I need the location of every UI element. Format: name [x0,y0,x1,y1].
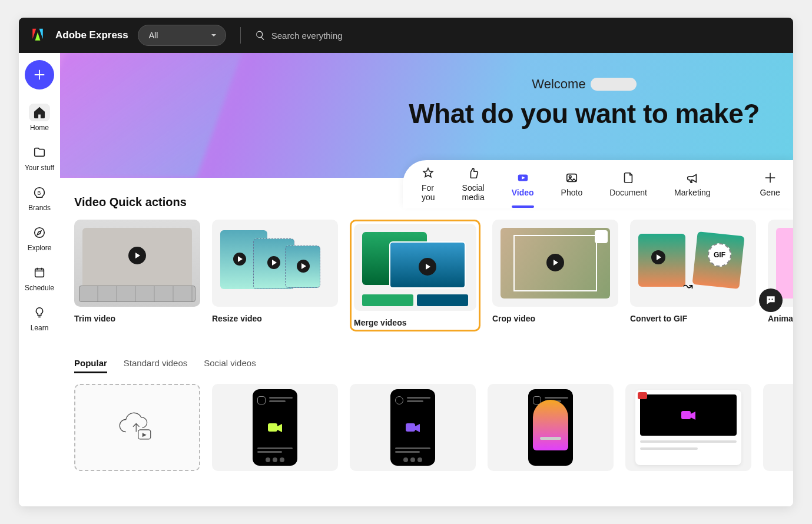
template-upload[interactable] [74,384,200,471]
hero-banner: Welcome What do you want to make? [60,53,793,178]
create-new-button[interactable] [25,60,54,89]
template-instagram-story[interactable] [488,384,614,471]
sidebar-item-your-stuff[interactable]: Your stuff [22,139,57,177]
card-title: Crop video [492,314,618,323]
quick-action-merge-videos[interactable]: Merge videos [350,220,480,331]
quick-action-trim-video[interactable]: Trim video [74,220,200,331]
lightbulb-icon [33,306,46,319]
nav-label: Home [30,124,49,132]
svg-rect-7 [268,423,277,432]
svg-rect-2 [35,269,44,277]
yt-mock [635,390,741,465]
feedback-button[interactable] [759,288,783,312]
topbar: Adobe Express All [19,18,793,53]
template-tabs: Popular Standard videos Social videos [74,358,793,373]
content: Video Quick actions Trim video Resize vi… [60,178,793,471]
category-for-you[interactable]: For you [419,162,438,207]
sidebar-item-explore[interactable]: Explore [22,219,57,257]
photo-icon [565,171,578,184]
quick-actions-row: Trim video Resize video Merge videos Cro… [74,220,793,331]
megaphone-icon [686,171,699,184]
video-cam-icon [267,421,283,434]
brand-title: Adobe Express [55,29,128,41]
svg-point-5 [569,175,571,178]
welcome-username-placeholder [591,78,637,91]
thumb [212,220,338,307]
gif-badge: GIF [708,243,731,267]
search-filter-dropdown[interactable]: All [138,25,226,46]
svg-point-11 [771,299,773,300]
thumb [74,220,200,307]
home-icon [33,106,46,119]
category-video[interactable]: Video [509,167,536,202]
sidebar-item-brands[interactable]: B Brands [22,179,57,217]
card-title: Resize video [212,314,338,323]
folder-icon [33,146,46,159]
star-icon [422,167,435,180]
quick-action-crop-video[interactable]: Crop video [492,220,618,331]
quick-action-animate[interactable]: Animate fro [768,220,793,331]
nav-label: Explore [28,244,52,252]
nav-label: Learn [31,324,49,332]
phone-mock [390,389,435,466]
divider [240,27,241,44]
body: Home Your stuff B Brands Explore Schedul… [19,53,793,506]
template-tiktok[interactable] [350,384,476,471]
video-cam-icon [405,421,421,434]
search-wrap [250,30,783,41]
svg-point-1 [35,228,45,238]
cat-label: For you [422,183,435,202]
cat-label: Photo [561,188,583,197]
card-title: Merge videos [354,318,476,327]
video-cam-icon [680,409,697,422]
category-generate[interactable]: Gene [757,167,782,202]
hero-title: What do you want to make? [399,98,770,130]
adobe-logo-icon [29,27,46,44]
thumb [492,220,618,307]
search-icon [255,30,266,41]
video-icon [516,171,529,184]
app-window: Adobe Express All Home Your stuff [19,18,793,506]
template-youtube[interactable] [625,384,751,471]
category-social-media[interactable]: Social media [460,162,487,207]
nav-label: Brands [28,204,51,212]
nav-label: Your stuff [25,164,54,172]
cat-label: Social media [462,183,485,202]
svg-point-10 [768,299,770,300]
thumbs-up-icon [467,167,480,180]
compass-icon [33,226,46,239]
search-input[interactable] [271,31,783,41]
cat-label: Document [609,188,647,197]
hero-content: Welcome What do you want to make? [399,77,770,130]
nav-label: Schedule [25,284,54,292]
upload-cloud-icon [117,412,158,444]
template-generic[interactable] [763,384,793,471]
sidebar: Home Your stuff B Brands Explore Schedul… [19,53,60,506]
category-photo[interactable]: Photo [559,167,585,202]
svg-rect-8 [406,423,415,432]
template-instagram-reel[interactable] [212,384,338,471]
category-document[interactable]: Document [607,167,649,202]
template-tab-social[interactable]: Social videos [204,358,256,373]
template-tab-popular[interactable]: Popular [74,358,107,373]
cat-label: Marketing [674,188,710,197]
phone-mock [528,389,573,466]
thumb: GIF↝ [630,220,756,307]
quick-action-resize-video[interactable]: Resize video [212,220,338,331]
filter-label: All [149,31,158,40]
sidebar-item-learn[interactable]: Learn [22,299,57,337]
sparkle-icon [764,171,777,184]
svg-rect-9 [681,411,691,419]
sidebar-item-schedule[interactable]: Schedule [22,259,57,297]
cat-label: Gene [760,188,780,197]
cat-label: Video [512,188,534,197]
welcome-text: Welcome [532,77,585,92]
plus-icon [33,68,46,81]
document-icon [622,171,635,184]
quick-action-convert-to-gif[interactable]: GIF↝ Convert to GIF [630,220,756,331]
sidebar-item-home[interactable]: Home [22,99,57,137]
template-tab-standard[interactable]: Standard videos [124,358,187,373]
svg-text:B: B [37,190,41,196]
category-marketing[interactable]: Marketing [672,167,712,202]
brands-icon: B [33,186,46,199]
